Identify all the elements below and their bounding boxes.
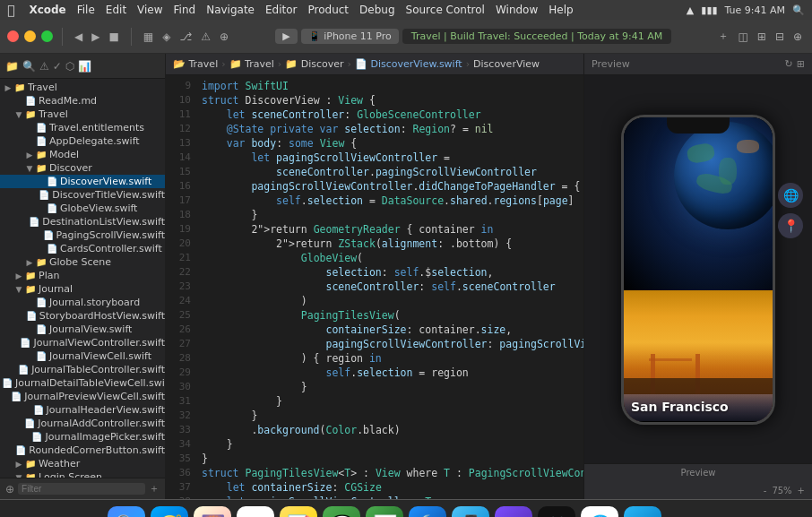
preview-refresh-icon[interactable]: ↻: [785, 58, 793, 70]
stop-icon[interactable]: ■: [106, 29, 121, 45]
menu-product[interactable]: Product: [308, 4, 350, 16]
sidebar-tree-item[interactable]: 📄JournalViewController.swift: [0, 336, 165, 349]
breadcrumb-travel-2[interactable]: 📁 Travel: [229, 58, 274, 70]
sidebar-tree-item[interactable]: ▶📁Weather: [0, 457, 165, 470]
device-selector[interactable]: 📱 iPhone 11 Pro: [301, 29, 399, 44]
menubar-right: ▲ ▮▮▮ Tue 9:41 AM 🔍: [687, 4, 805, 16]
scheme-icon[interactable]: ▦: [141, 29, 156, 45]
fab-location-btn[interactable]: 📍: [778, 213, 803, 238]
apple-menu[interactable]: : [7, 3, 14, 17]
fab-globe-btn[interactable]: 🌐: [778, 183, 803, 208]
layout-icon-3[interactable]: ⊟: [773, 29, 787, 45]
sidebar-tree-item[interactable]: ▼📁Travel: [0, 108, 165, 121]
add-icon[interactable]: ＋: [715, 27, 731, 46]
debug-icon[interactable]: ⬡: [65, 60, 74, 73]
sidebar-tree-item[interactable]: 📄CardsController.swift: [0, 242, 165, 255]
tree-item-label: Travel.entitlements: [49, 122, 144, 134]
search-icon[interactable]: 🔍: [792, 4, 805, 16]
folder-icon[interactable]: 📁: [5, 60, 19, 73]
sidebar-tree-item[interactable]: 📄JournalView.swift: [0, 323, 165, 336]
dock-tv[interactable]: 📺: [538, 506, 575, 517]
test-icon[interactable]: ✓: [53, 60, 62, 73]
sidebar-tree-item[interactable]: 📄JournalAddController.swift: [0, 417, 165, 430]
dock-calendar[interactable]: 🗓: [237, 506, 274, 517]
issue-icon[interactable]: ⊕: [217, 29, 231, 45]
menu-source-control[interactable]: Source Control: [406, 4, 485, 16]
dock-photos[interactable]: 🌄: [194, 506, 231, 517]
menu-navigate[interactable]: Navigate: [206, 4, 255, 16]
report-icon[interactable]: 📊: [78, 60, 91, 73]
sidebar-tree-item[interactable]: 📄ReadMe.md: [0, 94, 165, 108]
back-icon[interactable]: ◀: [72, 29, 85, 45]
filter-add-icon[interactable]: ＋: [149, 481, 160, 496]
preview-split-icon[interactable]: ⊞: [797, 58, 805, 70]
sidebar-tree-item[interactable]: 📄DiscoverTitleView.swift: [0, 188, 165, 202]
breadcrumb-travel-1[interactable]: 📂 Travel: [173, 58, 218, 70]
forward-icon[interactable]: ▶: [89, 29, 102, 45]
sidebar-tree-item[interactable]: 📄JournalHeaderView.swift: [0, 403, 165, 417]
layout-icon-2[interactable]: ⊞: [755, 29, 769, 45]
dock-numbers[interactable]: 📊: [366, 506, 403, 517]
sidebar-tree-item[interactable]: 📄GlobeView.swift: [0, 202, 165, 215]
sidebar-tree-item[interactable]: 📄JournalDetailTableViewCell.swift: [0, 376, 165, 390]
dock-xcode[interactable]: 🔨: [409, 506, 446, 517]
breadcrumb-file[interactable]: 📄 DiscoverView.swift: [355, 58, 462, 70]
library-icon[interactable]: ⊕: [790, 29, 805, 45]
sidebar-tree-item[interactable]: 📄JournalImagePicker.swift: [0, 430, 165, 444]
sidebar-tree-item[interactable]: 📄DestinationListView.swift: [0, 215, 165, 228]
issues-icon[interactable]: ⚠: [39, 60, 49, 73]
sidebar-tree-item[interactable]: 📄StoryboardHostView.swift: [0, 309, 165, 323]
menu-edit[interactable]: Edit: [106, 4, 126, 16]
close-button[interactable]: [7, 30, 19, 42]
menu-debug[interactable]: Debug: [359, 4, 394, 16]
menu-help[interactable]: Help: [549, 4, 573, 16]
dock-notes[interactable]: 📝: [280, 506, 317, 517]
dock-chrome[interactable]: 🌐: [581, 506, 618, 517]
run-button[interactable]: ▶: [275, 29, 297, 44]
warning-icon[interactable]: ⚠: [198, 29, 213, 45]
sidebar-tree-item[interactable]: ▼📁Discover: [0, 161, 165, 175]
breadcrumb-discover[interactable]: 📁 Discover: [285, 58, 343, 70]
breakpoint-icon[interactable]: ◈: [160, 29, 173, 45]
zoom-minus-btn[interactable]: -: [764, 486, 767, 495]
sidebar-tree-item[interactable]: 📄Journal.storyboard: [0, 296, 165, 309]
filter-input[interactable]: [18, 483, 145, 495]
dock-podcast[interactable]: 🎙: [495, 506, 532, 517]
layout-icon-1[interactable]: ◫: [735, 29, 750, 45]
minimize-button[interactable]: [24, 30, 36, 42]
sidebar-tree-item[interactable]: 📄AppDelegate.swift: [0, 134, 165, 148]
code-content[interactable]: import SwiftUIstruct DiscoverView : View…: [194, 75, 583, 499]
sidebar-tree-item[interactable]: ▶📁Travel: [0, 81, 165, 94]
sidebar-tree-item[interactable]: ▶📁Plan: [0, 269, 165, 282]
sidebar-tree-item[interactable]: 📄JournalTableController.swift: [0, 363, 165, 376]
toolbar-right: ＋ ◫ ⊞ ⊟ ⊕: [715, 27, 805, 46]
dock-finder[interactable]: 🔍: [108, 506, 145, 517]
sidebar-tree-item[interactable]: ▼📁Journal: [0, 282, 165, 296]
menu-view[interactable]: View: [137, 4, 162, 16]
zoom-plus-btn[interactable]: +: [798, 486, 805, 495]
sidebar-tree-item[interactable]: ▼📁Login Screen: [0, 470, 165, 478]
code-line: let pagingScrollViewController: T: [202, 495, 576, 499]
sidebar-tree-item[interactable]: ▶📁Globe Scene: [0, 255, 165, 269]
sidebar-tree-item[interactable]: 📄JournalPreviewViewCell.swift: [0, 390, 165, 403]
sidebar-tree-item[interactable]: 📄JournalViewCell.swift: [0, 349, 165, 363]
sidebar-tree-item[interactable]: 📄PagingScrollView.swift: [0, 228, 165, 242]
dock-safari[interactable]: 🧭: [151, 506, 188, 517]
menu-file[interactable]: File: [77, 4, 95, 16]
sidebar-tree-item[interactable]: 📄Travel.entitlements: [0, 121, 165, 134]
sidebar-tree-item[interactable]: ▶📁Model: [0, 148, 165, 161]
breadcrumb-struct[interactable]: DiscoverView: [473, 58, 540, 70]
sidebar-tree-item[interactable]: 📄DiscoverView.swift: [0, 175, 165, 188]
dock-appstore[interactable]: 📱: [452, 506, 489, 517]
menu-editor[interactable]: Editor: [265, 4, 298, 16]
git-icon[interactable]: ⎇: [177, 29, 194, 45]
dock-messages[interactable]: 💬: [323, 506, 360, 517]
dock-trash[interactable]: 🗑: [667, 506, 704, 517]
menu-xcode[interactable]: Xcode: [29, 4, 65, 16]
menu-find[interactable]: Find: [174, 4, 196, 16]
menu-window[interactable]: Window: [496, 4, 538, 16]
search-icon[interactable]: 🔍: [22, 60, 36, 73]
maximize-button[interactable]: [41, 30, 53, 42]
sidebar-tree-item[interactable]: 📄RoundedCornerButton.swift: [0, 444, 165, 457]
dock-finder2[interactable]: 📂: [624, 506, 661, 517]
